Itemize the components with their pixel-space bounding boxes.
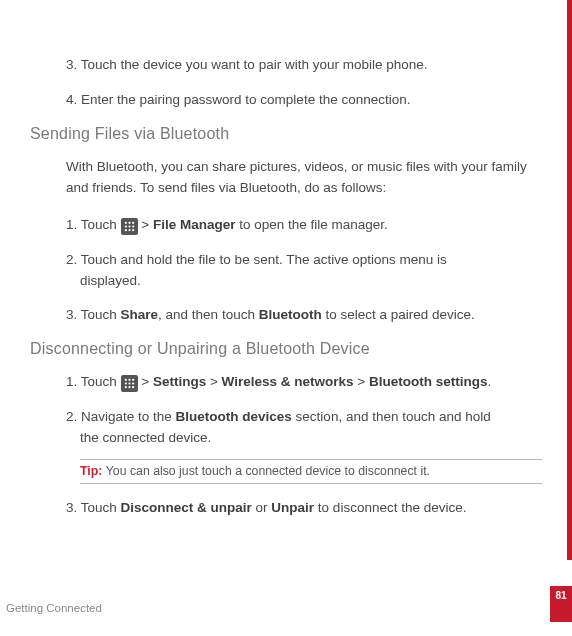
footer-section-title: Getting Connected <box>6 602 102 614</box>
heading-disconnecting: Disconnecting or Unpairing a Bluetooth D… <box>30 340 542 358</box>
text: , and then touch <box>158 307 259 322</box>
svg-point-4 <box>128 225 130 227</box>
svg-point-17 <box>132 386 134 388</box>
disconnect-step-3: 3. Touch Disconnect & unpair or Unpair t… <box>66 498 542 519</box>
text: > <box>138 374 153 389</box>
svg-point-15 <box>124 386 126 388</box>
tip-text: You can also just touch a connected devi… <box>106 464 430 478</box>
heading-sending-files: Sending Files via Bluetooth <box>30 125 542 143</box>
disconnect-unpair-label: Disconnect & unpair <box>121 500 252 515</box>
svg-point-5 <box>132 225 134 227</box>
pair-step-3: 3. Touch the device you want to pair wit… <box>66 55 542 76</box>
text: 3. Touch <box>66 500 121 515</box>
svg-point-7 <box>128 229 130 231</box>
svg-point-0 <box>124 221 126 223</box>
apps-grid-icon <box>121 218 138 235</box>
text: 1. Touch <box>66 217 121 232</box>
text: > <box>354 374 369 389</box>
text: 2. Navigate to the <box>66 409 176 424</box>
tip-label: Tip: <box>80 464 106 478</box>
svg-point-6 <box>124 229 126 231</box>
svg-point-13 <box>128 383 130 385</box>
page-content: 3. Touch the device you want to pair wit… <box>0 0 572 519</box>
svg-point-9 <box>124 379 126 381</box>
svg-point-14 <box>132 383 134 385</box>
disconnect-step-2: 2. Navigate to the Bluetooth devices sec… <box>66 407 542 449</box>
svg-point-3 <box>124 225 126 227</box>
text: 1. Touch <box>66 374 121 389</box>
sending-intro: With Bluetooth, you can share pictures, … <box>66 157 542 199</box>
text: > <box>138 217 153 232</box>
unpair-label: Unpair <box>271 500 314 515</box>
text: . <box>487 374 491 389</box>
apps-grid-icon <box>121 375 138 392</box>
svg-point-16 <box>128 386 130 388</box>
svg-point-1 <box>128 221 130 223</box>
text: the connected device. <box>80 428 542 449</box>
text: to select a paired device. <box>322 307 475 322</box>
text: 3. Touch <box>66 307 121 322</box>
share-label: Share <box>121 307 159 322</box>
svg-point-11 <box>132 379 134 381</box>
wireless-networks-label: Wireless & networks <box>222 374 354 389</box>
sending-step-2: 2. Touch and hold the file to be sent. T… <box>66 250 542 292</box>
svg-point-2 <box>132 221 134 223</box>
sending-step-3: 3. Touch Share, and then touch Bluetooth… <box>66 305 542 326</box>
bluetooth-label: Bluetooth <box>259 307 322 322</box>
bluetooth-devices-label: Bluetooth devices <box>176 409 292 424</box>
text: > <box>206 374 221 389</box>
text: 2. Touch and hold the file to be sent. T… <box>66 252 447 267</box>
text: or <box>252 500 272 515</box>
file-manager-label: File Manager <box>153 217 236 232</box>
disconnect-step-1: 1. Touch > Settings > Wireless & network… <box>66 372 542 393</box>
page-number-tab: 81 <box>550 586 572 622</box>
text: displayed. <box>80 271 542 292</box>
bluetooth-settings-label: Bluetooth settings <box>369 374 488 389</box>
svg-point-12 <box>124 383 126 385</box>
svg-point-10 <box>128 379 130 381</box>
settings-label: Settings <box>153 374 206 389</box>
svg-point-8 <box>132 229 134 231</box>
text: to disconnect the device. <box>314 500 466 515</box>
pair-step-4: 4. Enter the pairing password to complet… <box>66 90 542 111</box>
text: section, and then touch and hold <box>292 409 491 424</box>
tip-note: Tip: You can also just touch a connected… <box>80 459 542 484</box>
text: to open the file manager. <box>235 217 387 232</box>
side-accent-bar <box>567 0 572 560</box>
sending-step-1: 1. Touch > File Manager to open the file… <box>66 215 542 236</box>
